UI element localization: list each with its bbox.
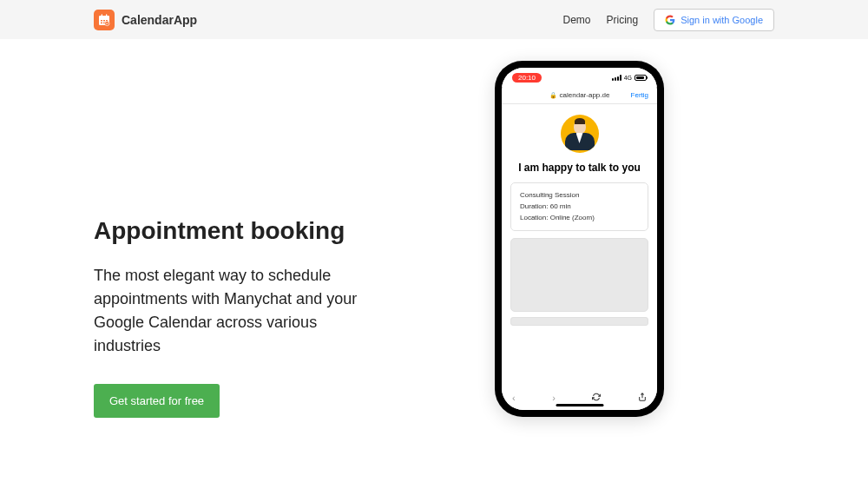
nav-demo[interactable]: Demo bbox=[563, 14, 591, 26]
svg-rect-4 bbox=[101, 20, 102, 21]
status-right: 4G bbox=[612, 75, 647, 81]
forward-icon[interactable]: › bbox=[552, 393, 556, 403]
status-bar: 20:10 4G bbox=[502, 68, 657, 87]
session-duration: Duration: 60 min bbox=[520, 202, 639, 213]
svg-rect-7 bbox=[101, 22, 102, 23]
url-center: 🔒 calendar-app.de bbox=[549, 91, 610, 99]
google-icon bbox=[665, 15, 675, 25]
hero-subheading: The most elegant way to schedule appoint… bbox=[94, 264, 380, 358]
url-done[interactable]: Fertig bbox=[631, 91, 648, 99]
placeholder-card bbox=[510, 238, 648, 312]
share-icon[interactable] bbox=[638, 393, 647, 403]
battery-icon bbox=[635, 75, 647, 81]
nav-pricing[interactable]: Pricing bbox=[607, 14, 639, 26]
phone-frame: 20:10 4G 🔒 calendar-app.de Fertig bbox=[495, 61, 664, 417]
svg-rect-2 bbox=[102, 14, 102, 17]
url-text: calendar-app.de bbox=[560, 91, 610, 99]
hero-left: Appointment booking The most elegant way… bbox=[94, 39, 415, 489]
svg-rect-1 bbox=[99, 16, 109, 18]
phone-content: I am happy to talk to you Consulting Ses… bbox=[502, 104, 657, 336]
logo[interactable]: CalendarApp bbox=[94, 10, 197, 30]
signin-label: Sign in with Google bbox=[681, 15, 763, 25]
header: CalendarApp Demo Pricing Sign in with Go… bbox=[0, 0, 868, 39]
back-icon[interactable]: ‹ bbox=[512, 393, 516, 403]
svg-rect-3 bbox=[106, 14, 107, 17]
hero-heading: Appointment booking bbox=[94, 217, 415, 245]
url-bar: 🔒 calendar-app.de Fertig bbox=[502, 87, 657, 104]
session-title: Consulting Session bbox=[520, 190, 639, 202]
phone-screen: 20:10 4G 🔒 calendar-app.de Fertig bbox=[502, 68, 657, 410]
home-indicator bbox=[556, 404, 603, 406]
nav-right: Demo Pricing Sign in with Google bbox=[563, 9, 774, 31]
cta-button[interactable]: Get started for free bbox=[94, 384, 220, 418]
avatar bbox=[561, 115, 599, 153]
logo-text: CalendarApp bbox=[122, 13, 197, 27]
session-card[interactable]: Consulting Session Duration: 60 min Loca… bbox=[510, 182, 648, 231]
lock-icon: 🔒 bbox=[549, 92, 557, 99]
signin-button[interactable]: Sign in with Google bbox=[654, 9, 774, 31]
svg-rect-5 bbox=[103, 20, 105, 21]
network-label: 4G bbox=[624, 75, 632, 81]
main: Appointment booking The most elegant way… bbox=[0, 39, 868, 489]
session-location: Location: Online (Zoom) bbox=[520, 213, 639, 224]
placeholder-thin bbox=[510, 317, 648, 326]
time-pill: 20:10 bbox=[512, 73, 542, 83]
signal-icon bbox=[612, 75, 621, 81]
phone-greeting: I am happy to talk to you bbox=[510, 162, 648, 174]
phone-mockup: 20:10 4G 🔒 calendar-app.de Fertig bbox=[495, 61, 664, 417]
calendar-icon bbox=[94, 10, 115, 30]
refresh-icon[interactable] bbox=[592, 393, 601, 403]
